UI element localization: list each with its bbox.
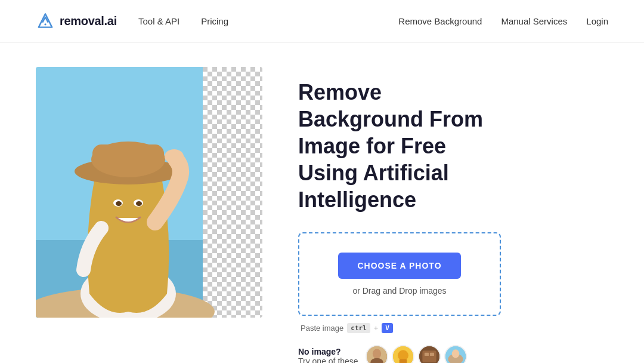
sample-thumb-2[interactable] [392, 345, 414, 363]
no-image-label: No image? [298, 347, 358, 356]
svg-point-14 [165, 149, 184, 164]
svg-point-27 [451, 349, 459, 358]
logo-icon [36, 12, 55, 31]
hero-image-section [36, 67, 262, 318]
sample-thumbnails [366, 345, 467, 363]
navbar: removal.ai Tool & API Pricing Remove Bac… [0, 0, 644, 43]
svg-point-13 [136, 201, 142, 206]
ctrl-key-badge: ctrl [347, 323, 370, 333]
svg-rect-20 [399, 359, 407, 363]
hero-photo [36, 67, 262, 318]
right-section: Remove Background From Image for Free Us… [298, 67, 608, 363]
sample-label: No image? Try one of these [298, 347, 358, 363]
upload-dropzone[interactable]: CHOOSE A PHOTO or Drag and Drop images [298, 232, 501, 316]
logo[interactable]: removal.ai [36, 12, 117, 31]
nav-left: removal.ai Tool & API Pricing [36, 12, 228, 31]
svg-point-12 [116, 201, 122, 206]
nav-link-login[interactable]: Login [586, 16, 608, 26]
logo-text: removal.ai [60, 14, 117, 28]
nav-link-remove-background[interactable]: Remove Background [398, 16, 482, 26]
plus-sign: + [374, 324, 379, 333]
svg-rect-23 [425, 353, 429, 356]
sample-thumb-3[interactable] [418, 345, 441, 363]
svg-rect-22 [422, 350, 436, 362]
v-key-badge: V [382, 323, 393, 333]
nav-link-tool-api[interactable]: Tool & API [138, 16, 179, 26]
svg-point-16 [372, 349, 380, 358]
main-content: Remove Background From Image for Free Us… [0, 43, 644, 363]
paste-row: Paste image ctrl + V [298, 323, 608, 333]
sample-section: No image? Try one of these [298, 345, 608, 363]
sample-thumb-1[interactable] [366, 345, 388, 363]
paste-label: Paste image [301, 324, 343, 333]
choose-photo-button[interactable]: CHOOSE A PHOTO [338, 253, 460, 279]
svg-rect-9 [92, 144, 164, 165]
svg-rect-24 [430, 353, 434, 356]
try-label: Try one of these [298, 356, 358, 363]
nav-link-pricing[interactable]: Pricing [201, 16, 228, 26]
sample-thumb-4[interactable] [444, 345, 467, 363]
hero-image-container [36, 67, 262, 318]
svg-point-0 [44, 23, 46, 25]
drag-drop-label: or Drag and Drop images [314, 286, 485, 296]
nav-right: Remove Background Manual Services Login [398, 16, 608, 26]
hero-title: Remove Background From Image for Free Us… [298, 79, 501, 213]
nav-link-manual-services[interactable]: Manual Services [501, 16, 567, 26]
